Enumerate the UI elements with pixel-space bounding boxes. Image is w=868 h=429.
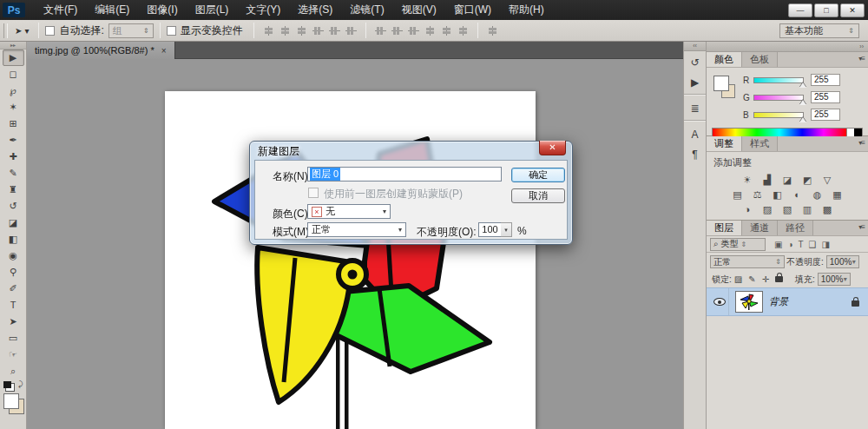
workspace-switcher[interactable]: 基本功能 ⇕ bbox=[779, 23, 859, 38]
color-lookup-icon[interactable]: ▦ bbox=[830, 188, 845, 201]
menu-type[interactable]: 文字(Y) bbox=[238, 0, 288, 20]
eye-icon[interactable] bbox=[713, 298, 726, 306]
dialog-close-button[interactable]: ✕ bbox=[539, 141, 566, 155]
align-hcenter-icon[interactable] bbox=[279, 26, 291, 36]
filter-type-icon[interactable]: T bbox=[799, 240, 804, 249]
tool-crop[interactable]: ⊞ bbox=[3, 116, 24, 132]
green-value-field[interactable]: 255 bbox=[811, 91, 840, 103]
menu-layer[interactable]: 图层(L) bbox=[187, 0, 237, 20]
minimize-button[interactable]: — bbox=[788, 3, 812, 17]
tool-type[interactable]: T bbox=[3, 297, 24, 314]
tab-adjustments[interactable]: 调整 bbox=[707, 136, 742, 151]
red-value-field[interactable]: 255 bbox=[811, 74, 840, 86]
menu-filter[interactable]: 滤镜(T) bbox=[342, 0, 391, 20]
fill-field[interactable]: 100% ▾ bbox=[818, 273, 851, 286]
tool-path-selection[interactable]: ➤ bbox=[3, 314, 24, 330]
layer-thumbnail[interactable] bbox=[735, 291, 763, 313]
properties-panel-icon[interactable]: ≣ bbox=[686, 100, 705, 117]
tab-layers[interactable]: 图层 bbox=[707, 221, 742, 235]
auto-select-checkbox[interactable] bbox=[45, 26, 55, 36]
layer-row-background[interactable]: 背景 bbox=[707, 287, 868, 316]
panel-menu-icon[interactable]: ▾≡ bbox=[858, 139, 865, 147]
paragraph-panel-icon[interactable]: ¶ bbox=[686, 146, 705, 163]
actions-panel-icon[interactable]: ▶ bbox=[686, 74, 705, 91]
opacity-field[interactable]: 100% ▾ bbox=[826, 255, 859, 268]
menu-view[interactable]: 视图(V) bbox=[394, 0, 444, 20]
mode-dropdown[interactable]: 正常 ▾ bbox=[307, 222, 406, 237]
show-transform-checkbox[interactable] bbox=[167, 26, 176, 36]
lock-all-icon[interactable] bbox=[775, 276, 783, 282]
color-dropdown[interactable]: × 无 ▾ bbox=[307, 204, 391, 219]
tab-paths[interactable]: 路径 bbox=[778, 221, 813, 235]
distribute-top-icon[interactable] bbox=[375, 26, 386, 36]
invert-icon[interactable]: ◑ bbox=[740, 203, 755, 215]
gradient-map-icon[interactable]: ▩ bbox=[820, 203, 835, 215]
align-vcenter-icon[interactable] bbox=[329, 26, 340, 36]
auto-align-layers-icon[interactable] bbox=[487, 26, 498, 36]
align-right-icon[interactable] bbox=[296, 26, 307, 36]
blue-value-field[interactable]: 255 bbox=[811, 109, 840, 121]
tab-channels[interactable]: 通道 bbox=[742, 221, 778, 235]
tool-hand[interactable]: ☞ bbox=[3, 346, 24, 363]
tool-dodge[interactable]: ⚲ bbox=[3, 264, 24, 280]
tool-pen[interactable]: ✐ bbox=[3, 280, 24, 297]
tool-eyedropper[interactable]: ✒ bbox=[3, 132, 24, 148]
tool-marquee[interactable]: ◻ bbox=[3, 66, 24, 82]
brightness-contrast-icon[interactable]: ☀ bbox=[740, 174, 755, 186]
tool-clone-stamp[interactable]: ♜ bbox=[3, 182, 24, 198]
menu-file[interactable]: 文件(F) bbox=[36, 0, 85, 20]
filter-image-icon[interactable]: ▣ bbox=[774, 240, 782, 249]
levels-icon[interactable]: ▟ bbox=[760, 174, 775, 186]
filter-smart-object-icon[interactable]: ◨ bbox=[822, 240, 830, 249]
document-tab[interactable]: timg.jpg @ 100%(RGB/8#) * × bbox=[27, 42, 175, 59]
vibrance-icon[interactable]: ▽ bbox=[820, 174, 835, 186]
tab-close-icon[interactable]: × bbox=[161, 46, 167, 56]
tool-shape[interactable]: ▭ bbox=[3, 330, 24, 346]
panel-menu-icon[interactable]: ▾≡ bbox=[858, 223, 865, 231]
lock-position-icon[interactable]: ✛ bbox=[762, 274, 769, 284]
history-panel-icon[interactable]: ↺ bbox=[686, 54, 705, 71]
tab-swatches[interactable]: 色板 bbox=[742, 52, 778, 67]
foreground-color-swatch[interactable] bbox=[3, 393, 19, 409]
character-panel-icon[interactable]: A bbox=[686, 126, 705, 143]
tool-quick-selection[interactable]: ✶ bbox=[3, 99, 24, 116]
lock-pixels-icon[interactable]: ✎ bbox=[748, 274, 755, 284]
opacity-spinner[interactable]: ▾ bbox=[501, 222, 512, 237]
tool-healing-brush[interactable]: ✚ bbox=[3, 148, 24, 165]
black-swatch[interactable] bbox=[854, 129, 862, 136]
tool-lasso[interactable]: ℘ bbox=[3, 82, 24, 99]
spectrum-ramp[interactable] bbox=[713, 129, 846, 136]
exposure-icon[interactable]: ◩ bbox=[800, 174, 815, 186]
posterize-icon[interactable]: ▨ bbox=[760, 203, 775, 215]
channel-mixer-icon[interactable]: ◍ bbox=[810, 188, 825, 201]
slider-handle-icon[interactable] bbox=[799, 117, 806, 122]
close-button[interactable]: ✕ bbox=[840, 3, 865, 17]
tool-move[interactable]: ▶ bbox=[3, 50, 24, 66]
lock-transparency-icon[interactable]: ▨ bbox=[734, 274, 742, 284]
distribute-left-icon[interactable] bbox=[424, 26, 436, 36]
hue-saturation-icon[interactable]: ▤ bbox=[730, 188, 745, 201]
slider-handle-icon[interactable] bbox=[799, 82, 806, 88]
menu-image[interactable]: 图像(I) bbox=[139, 0, 185, 20]
menu-help[interactable]: 帮助(H) bbox=[501, 0, 552, 20]
white-swatch[interactable] bbox=[846, 129, 854, 136]
menu-select[interactable]: 选择(S) bbox=[290, 0, 340, 20]
tab-color[interactable]: 颜色 bbox=[707, 52, 742, 67]
align-top-icon[interactable] bbox=[312, 26, 324, 36]
distribute-hcenter-icon[interactable] bbox=[441, 26, 452, 36]
align-left-icon[interactable] bbox=[263, 26, 274, 36]
tool-gradient[interactable]: ◧ bbox=[3, 231, 24, 248]
filter-adjustment-icon[interactable]: ◑ bbox=[787, 240, 792, 249]
maximize-button[interactable]: □ bbox=[814, 3, 838, 17]
tool-eraser[interactable]: ◪ bbox=[3, 214, 24, 231]
auto-select-dropdown[interactable]: 组 ⇕ bbox=[108, 23, 154, 38]
distribute-vcenter-icon[interactable] bbox=[391, 26, 403, 36]
tool-blur[interactable]: ◉ bbox=[3, 248, 24, 264]
selective-color-icon[interactable]: ▥ bbox=[800, 203, 815, 215]
align-bottom-icon[interactable] bbox=[345, 26, 357, 36]
filter-shape-icon[interactable]: ❑ bbox=[809, 240, 817, 249]
blue-slider[interactable] bbox=[753, 112, 804, 118]
photo-filter-icon[interactable]: ◐ bbox=[790, 188, 805, 201]
tool-brush[interactable]: ✎ bbox=[3, 165, 24, 182]
tool-history-brush[interactable]: ↺ bbox=[3, 198, 24, 214]
